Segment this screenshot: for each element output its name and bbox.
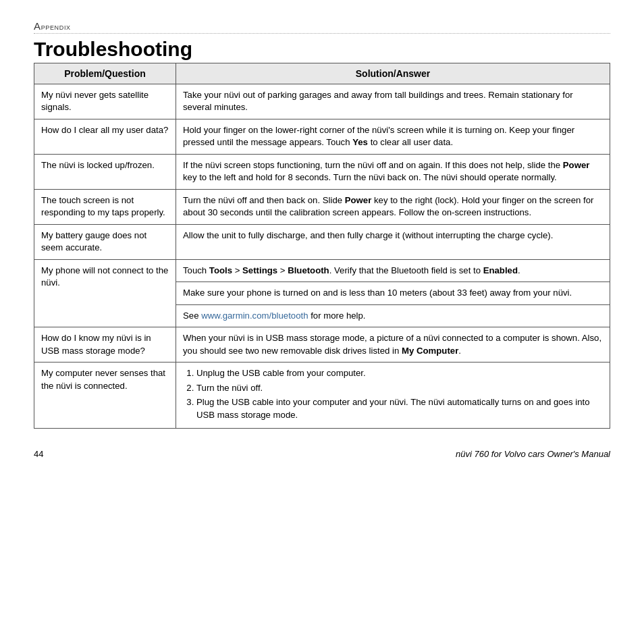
problem-cell: How do I know my nüvi is in USB mass sto… [34, 327, 176, 363]
problem-cell: How do I clear all my user data? [34, 119, 176, 154]
solution-cell: Make sure your phone is turned on and is… [176, 282, 610, 304]
list-item: Turn the nüvi off. [196, 382, 603, 394]
solution-cell: When your nüvi is in USB mass storage mo… [176, 327, 610, 363]
problem-cell: My nüvi never gets satellite signals. [34, 84, 176, 119]
solution-cell: Turn the nüvi off and then back on. Slid… [176, 189, 610, 224]
manual-title: nüvi 760 for Volvo cars Owner's Manual [456, 449, 610, 459]
top-divider [34, 33, 610, 34]
solution-column-header: Solution/Answer [176, 63, 610, 84]
table-row: The touch screen is not responding to my… [34, 189, 610, 224]
solution-cell: If the nüvi screen stops functioning, tu… [176, 154, 610, 189]
bold-text: Yes [352, 137, 368, 147]
problem-cell: The nüvi is locked up/frozen. [34, 154, 176, 189]
problem-cell: My computer never senses that the nüvi i… [34, 363, 176, 429]
table-row: How do I clear all my user data? Hold yo… [34, 119, 610, 154]
bold-text: Enabled [483, 265, 518, 275]
bold-text: Power [563, 160, 590, 170]
table-row: My computer never senses that the nüvi i… [34, 363, 610, 429]
bluetooth-link[interactable]: www.garmin.com/bluetooth [201, 311, 308, 321]
table-row: My nüvi never gets satellite signals. Ta… [34, 84, 610, 119]
problem-column-header: Problem/Question [34, 63, 176, 84]
bold-text: Settings [242, 265, 277, 275]
table-row: The nüvi is locked up/frozen. If the nüv… [34, 154, 610, 189]
troubleshooting-table: Problem/Question Solution/Answer My nüvi… [34, 63, 610, 429]
footer: 44 nüvi 760 for Volvo cars Owner's Manua… [34, 449, 610, 459]
solution-cell: Unplug the USB cable from your computer.… [176, 363, 610, 429]
table-row: My phone will not connect to the nüvi. T… [34, 259, 610, 281]
problem-cell: My phone will not connect to the nüvi. [34, 259, 176, 327]
solution-list: Unplug the USB cable from your computer.… [186, 367, 603, 421]
solution-cell: Touch Tools > Settings > Bluetooth. Veri… [176, 259, 610, 281]
solution-cell: Allow the unit to fully discharge, and t… [176, 224, 610, 259]
bold-text: My Computer [402, 346, 458, 356]
table-row: How do I know my nüvi is in USB mass sto… [34, 327, 610, 363]
bold-text: Power [345, 195, 372, 205]
solution-cell: Hold your finger on the lower-right corn… [176, 119, 610, 154]
problem-cell: The touch screen is not responding to my… [34, 189, 176, 224]
list-item: Unplug the USB cable from your computer. [196, 367, 603, 379]
solution-cell: Take your nüvi out of parking garages an… [176, 84, 610, 119]
table-header-row: Problem/Question Solution/Answer [34, 63, 610, 84]
table-row: My battery gauge does not seem accurate.… [34, 224, 610, 259]
solution-cell: See www.garmin.com/bluetooth for more he… [176, 304, 610, 327]
bold-text: Bluetooth [288, 265, 329, 275]
page-title: Troubleshooting [34, 38, 610, 60]
list-item: Plug the USB cable into your computer an… [196, 396, 603, 421]
problem-cell: My battery gauge does not seem accurate. [34, 224, 176, 259]
bold-text: Tools [209, 265, 232, 275]
page-number: 44 [34, 449, 43, 459]
appendix-label: Appendix [34, 20, 610, 32]
